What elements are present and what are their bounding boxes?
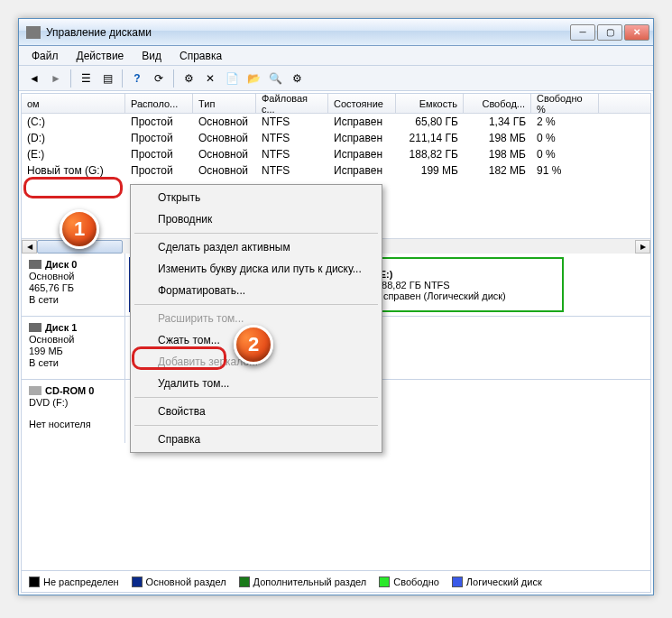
cell-name: (E:) bbox=[22, 146, 125, 162]
ctx-change-letter[interactable]: Изменить букву диска или путь к диску... bbox=[133, 258, 380, 280]
cell-name: Новый том (G:) bbox=[22, 162, 125, 179]
cell-status: Исправен bbox=[328, 162, 396, 179]
cell-fs: NTFS bbox=[256, 114, 328, 130]
disk-management-window: Управление дисками ─ ▢ ✕ Файл Действие В… bbox=[18, 18, 654, 595]
app-icon bbox=[26, 26, 41, 39]
cell-cap: 211,14 ГБ bbox=[396, 130, 464, 146]
volume-row[interactable]: Новый том (G:)ПростойОсновнойNTFSИсправе… bbox=[22, 162, 650, 179]
cell-cap: 199 МБ bbox=[396, 162, 464, 179]
ctx-help[interactable]: Справка bbox=[133, 429, 380, 450]
cell-freep: 91 % bbox=[531, 162, 599, 179]
badge-2: 2 bbox=[234, 325, 273, 364]
disk-icon bbox=[29, 323, 41, 332]
forward-button[interactable]: ► bbox=[46, 69, 66, 88]
settings-button[interactable]: ⚙ bbox=[179, 69, 198, 88]
cell-freep: 2 % bbox=[531, 114, 599, 130]
minimize-button[interactable]: ─ bbox=[570, 24, 595, 41]
col-status[interactable]: Состояние bbox=[328, 94, 396, 113]
search-button[interactable]: 🔍 bbox=[265, 69, 285, 88]
volume-row[interactable]: (D:)ПростойОсновнойNTFSИсправен211,14 ГБ… bbox=[22, 130, 650, 146]
close-button[interactable]: ✕ bbox=[624, 24, 649, 41]
disk-label[interactable]: Диск 0 Основной 465,76 ГБ В сети bbox=[22, 254, 125, 316]
legend-unallocated: Не распределен bbox=[29, 576, 119, 587]
legend-swatch bbox=[452, 576, 463, 587]
cell-fs: NTFS bbox=[256, 146, 328, 162]
titlebar: Управление дисками ─ ▢ ✕ bbox=[19, 19, 653, 46]
cell-status: Исправен bbox=[328, 130, 396, 146]
volume-row[interactable]: (E:)ПростойОсновнойNTFSИсправен188,82 ГБ… bbox=[22, 146, 650, 162]
help-button[interactable]: ? bbox=[127, 69, 147, 88]
cell-cap: 65,80 ГБ bbox=[396, 114, 464, 130]
dvd-icon bbox=[29, 386, 41, 395]
legend-extended: Дополнительный раздел bbox=[239, 576, 367, 587]
back-button[interactable]: ◄ bbox=[24, 69, 44, 88]
window-title: Управление дисками bbox=[46, 26, 568, 39]
legend: Не распределен Основной раздел Дополните… bbox=[22, 570, 650, 592]
cell-type: Основной bbox=[193, 130, 256, 146]
toolbar: ◄ ► ☰ ▤ ? ⟳ ⚙ ✕ 📄 📂 🔍 ⚙ bbox=[19, 66, 653, 91]
col-layout[interactable]: Располо... bbox=[125, 94, 193, 113]
ctx-explorer[interactable]: Проводник bbox=[133, 208, 380, 230]
properties-button[interactable]: 📄 bbox=[222, 69, 242, 88]
legend-primary: Основной раздел bbox=[132, 576, 226, 587]
cell-fs: NTFS bbox=[256, 162, 328, 179]
cell-free: 1,34 ГБ bbox=[464, 114, 531, 130]
col-freepct[interactable]: Свободно % bbox=[531, 94, 599, 113]
cell-type: Основной bbox=[193, 162, 256, 179]
cell-layout: Простой bbox=[125, 162, 193, 179]
cell-free: 198 МБ bbox=[464, 130, 531, 146]
col-volume[interactable]: ом bbox=[22, 94, 125, 113]
cell-status: Исправен bbox=[328, 114, 396, 130]
ctx-delete[interactable]: Удалить том... bbox=[133, 373, 380, 394]
view-top-button[interactable]: ☰ bbox=[76, 69, 96, 88]
volume-list-header: ом Располо... Тип Файловая с... Состояни… bbox=[22, 94, 650, 114]
cell-fs: NTFS bbox=[256, 130, 328, 146]
volume-row[interactable]: (C:)ПростойОсновнойNTFSИсправен65,80 ГБ1… bbox=[22, 114, 650, 130]
menu-file[interactable]: Файл bbox=[23, 48, 68, 64]
ctx-open[interactable]: Открыть bbox=[133, 187, 380, 208]
cell-status: Исправен bbox=[328, 146, 396, 162]
menu-help[interactable]: Справка bbox=[170, 48, 231, 64]
legend-logical: Логический диск bbox=[452, 576, 542, 587]
cell-type: Основной bbox=[193, 114, 256, 130]
open-button[interactable]: 📂 bbox=[244, 69, 263, 88]
cell-type: Основной bbox=[193, 146, 256, 162]
menu-view[interactable]: Вид bbox=[133, 48, 170, 64]
cell-cap: 188,82 ГБ bbox=[396, 146, 464, 162]
scroll-right-button[interactable]: ▶ bbox=[635, 240, 650, 254]
legend-swatch bbox=[132, 576, 143, 587]
cell-name: (C:) bbox=[22, 114, 125, 130]
selection-highlight-1 bbox=[23, 177, 123, 198]
cell-free: 182 МБ bbox=[464, 162, 531, 179]
col-filesystem[interactable]: Файловая с... bbox=[256, 94, 328, 113]
legend-swatch bbox=[239, 576, 250, 587]
legend-swatch bbox=[29, 576, 40, 587]
ctx-make-active[interactable]: Сделать раздел активным bbox=[133, 236, 380, 258]
scroll-left-button[interactable]: ◀ bbox=[22, 240, 37, 254]
gear-button[interactable]: ⚙ bbox=[287, 69, 307, 88]
menu-action[interactable]: Действие bbox=[68, 48, 133, 64]
context-menu: Открыть Проводник Сделать раздел активны… bbox=[130, 184, 382, 453]
partition[interactable]: (E:) 188,82 ГБ NTFS Исправен (Логический… bbox=[367, 257, 564, 312]
cell-free: 198 МБ bbox=[464, 146, 531, 162]
ctx-properties[interactable]: Свойства bbox=[133, 401, 380, 422]
cell-layout: Простой bbox=[125, 146, 193, 162]
delete-button[interactable]: ✕ bbox=[200, 69, 220, 88]
menubar: Файл Действие Вид Справка bbox=[19, 46, 653, 66]
cell-layout: Простой bbox=[125, 114, 193, 130]
badge-1: 1 bbox=[60, 209, 99, 249]
legend-swatch bbox=[379, 576, 390, 587]
cell-layout: Простой bbox=[125, 130, 193, 146]
maximize-button[interactable]: ▢ bbox=[597, 24, 622, 41]
col-type[interactable]: Тип bbox=[193, 94, 256, 113]
view-bottom-button[interactable]: ▤ bbox=[97, 69, 117, 88]
disk-label[interactable]: CD-ROM 0 DVD (F:) Нет носителя bbox=[22, 380, 125, 443]
disk-label[interactable]: Диск 1 Основной 199 МБ В сети bbox=[22, 317, 125, 379]
cell-freep: 0 % bbox=[531, 146, 599, 162]
cell-name: (D:) bbox=[22, 130, 125, 146]
ctx-format[interactable]: Форматировать... bbox=[133, 280, 380, 301]
refresh-button[interactable]: ⟳ bbox=[149, 69, 169, 88]
col-capacity[interactable]: Емкость bbox=[396, 94, 464, 113]
legend-free: Свободно bbox=[379, 576, 439, 587]
col-free[interactable]: Свобод... bbox=[464, 94, 531, 113]
